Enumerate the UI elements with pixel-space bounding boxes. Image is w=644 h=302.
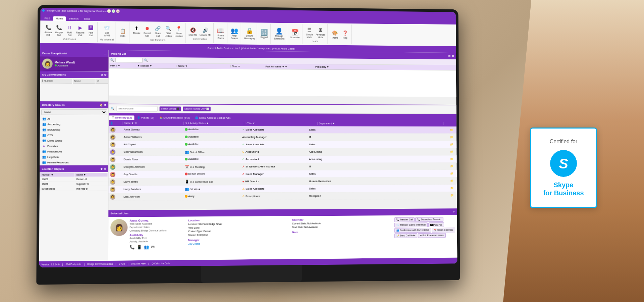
email-contact-icon[interactable]: ✉: [151, 245, 155, 249]
location-add-icon[interactable]: ⊕: [100, 167, 103, 170]
crm-lookup-button[interactable]: 🔍 CRMLookup: [163, 24, 173, 38]
record-call-button[interactable]: ⏺ RecordCall: [142, 24, 152, 38]
manager-name[interactable]: Jay Geottle: [188, 242, 289, 246]
location-settings-icon[interactable]: ⚙: [104, 167, 106, 170]
contact-status-col-header[interactable]: ▼ ℹ Activity Status ▼: [183, 121, 244, 124]
notification-icon[interactable]: 💬: [452, 267, 455, 267]
tab-settings[interactable]: Settings: [66, 16, 81, 21]
park-call-button[interactable]: 🅿 ParkCall: [86, 23, 96, 38]
contact-row[interactable]: 👨 Derek Riser Available ✓ Accountant Acc…: [109, 155, 457, 163]
tab-file[interactable]: FILE: [42, 16, 53, 20]
contact-name-col-header[interactable]: Name ▼ 👁: [122, 121, 183, 124]
resume-call-button[interactable]: ▶ ResumeCall: [75, 23, 86, 37]
maximize-button[interactable]: □: [112, 9, 115, 13]
manage-ext-button[interactable]: 👤 ManageExtensions: [273, 27, 286, 41]
secure-messaging-button[interactable]: 🔒 SecureMessaging: [243, 27, 256, 41]
minimize-profile-icon[interactable]: —: [104, 52, 106, 55]
tab-directory[interactable]: 📋 Directory (13): [109, 115, 135, 120]
share-call-button[interactable]: 🔗 ShareCall: [153, 24, 163, 38]
add-conversation-icon[interactable]: ⊕: [101, 73, 103, 76]
contact-row[interactable]: 👩 Anna Gomez Available ✓ Sales Associate…: [109, 126, 457, 134]
parking-settings-icon[interactable]: ⚙: [452, 54, 454, 57]
conference-button[interactable]: 👥 Conference with Current Call: [394, 228, 431, 233]
resp-groups-button[interactable]: 👥 Resp.Groups: [229, 27, 239, 41]
contact-row[interactable]: 👩 Lisa Johnson Away ⚠ Receptionist Recep…: [108, 192, 457, 201]
taskbar-skype-icon[interactable]: 💬: [407, 265, 415, 267]
elevate-button[interactable]: ⬆ Elevate: [131, 24, 142, 38]
dir-groups-home-icon[interactable]: 🏠: [100, 103, 103, 106]
location-row-1[interactable]: 16009 Demo HG: [40, 177, 107, 182]
dir-group-accounting[interactable]: 👥 Accounting: [40, 121, 108, 127]
location-row-3[interactable]: 8046654685 xyz resp gr: [40, 187, 107, 191]
dir-groups-filter-select[interactable]: Name: [41, 109, 107, 115]
contact-dept-col-header[interactable]: Department ▼: [318, 122, 444, 125]
contact-row[interactable]: 👨 Bill Triplett Available ✓ Sales Associ…: [109, 141, 457, 148]
dir-group-all[interactable]: 👥 All: [40, 116, 108, 122]
location-row-2[interactable]: 16000 Support HG: [40, 182, 107, 186]
call-to-vm-button[interactable]: 📨 Callto VM: [102, 23, 112, 38]
contact-action-carl[interactable]: 📁: [447, 150, 457, 153]
edit-extension-notes-button[interactable]: ✏ Edit Extension Notes: [418, 233, 446, 238]
taskbar-store-icon[interactable]: 🏪: [390, 265, 397, 267]
conversation-settings-icon[interactable]: ⚙: [104, 73, 106, 77]
dir-group-favorites[interactable]: ★ Favorites: [40, 143, 108, 149]
contact-action-jay[interactable]: 📁: [447, 172, 457, 175]
parking-zoom-icon[interactable]: 🔍: [144, 58, 148, 62]
parking-resize-icon[interactable]: ⊞: [448, 54, 450, 57]
taskbar-outlook-icon[interactable]: ✉: [416, 265, 423, 267]
search-global-toggle[interactable]: Search Global ⬛: [160, 106, 181, 111]
calls-button[interactable]: 📋 Calls: [118, 27, 128, 38]
phone-books-button[interactable]: 📖 PhoneBooks: [216, 26, 226, 40]
dir-group-helpdesk[interactable]: 👥 Help Desk: [40, 154, 108, 159]
send-call-note-button[interactable]: 📝 Send Call Note: [394, 233, 417, 238]
mobile-contact-icon[interactable]: 📱: [137, 245, 142, 249]
dir-group-cto[interactable]: 👥 CTO: [40, 132, 108, 138]
hold-call-button[interactable]: ⏸ HoldCall: [64, 23, 75, 37]
dir-group-hr[interactable]: 👥 Human Resources: [40, 160, 108, 165]
supervised-transfer-button[interactable]: 📞 Supervised Transfer: [415, 217, 443, 222]
taskbar-explorer-icon[interactable]: 📁: [382, 265, 389, 267]
contact-row[interactable]: 👨 Jay Geottle Do Not Disturb ✗ Sales Man…: [109, 170, 457, 178]
transfer-call-button[interactable]: 📞 Transfer Call: [394, 217, 415, 222]
show-location-button[interactable]: 📍 ShowLocation: [174, 24, 184, 38]
simple-mode-button[interactable]: ☰ SimpleMode: [305, 26, 315, 39]
contact-action-derek[interactable]: 📁: [447, 157, 457, 160]
dir-group-bocgroup[interactable]: 👥 BOCGroup: [40, 127, 108, 132]
close-button[interactable]: ✕: [116, 9, 120, 13]
park-for-button[interactable]: 🅿 Park For: [428, 222, 444, 227]
theme-button[interactable]: 🎨 Theme: [330, 29, 340, 40]
contact-action-lisa[interactable]: 📁: [447, 194, 457, 197]
keypad-button[interactable]: 🔢 Keypad: [259, 28, 269, 39]
dir-group-financial[interactable]: 👥 Financial Aid: [40, 149, 108, 154]
contact-action-anna[interactable]: 📁: [447, 129, 457, 132]
answer-call-button[interactable]: 📞 AnswerCall: [43, 23, 53, 37]
tab-data[interactable]: Data: [81, 16, 93, 21]
contact-row[interactable]: 👨 Douglas Johnson 📅 In a Meeting ✗ Sr Ne…: [109, 163, 457, 171]
tab-my-address-book[interactable]: 📚 My Address Book (842): [157, 115, 193, 120]
contact-title-col-header[interactable]: ℹ Title ▼: [244, 122, 318, 125]
parking-search-input[interactable]: [115, 57, 143, 62]
dir-groups-refresh-icon[interactable]: ↺: [104, 103, 106, 106]
search-names-only-toggle[interactable]: Search Names Only ⬜: [183, 106, 211, 111]
mute-me-button[interactable]: 🔇 Mute Me: [188, 26, 198, 37]
help-button[interactable]: ❓ Help: [340, 29, 350, 40]
tab-home[interactable]: Home: [53, 16, 66, 20]
tab-global-address[interactable]: 🌐 Global Address Book (6778): [193, 116, 233, 120]
minimize-button[interactable]: —: [107, 9, 111, 13]
phone-contact-icon[interactable]: 📞: [129, 245, 135, 249]
contact-row[interactable]: 👨 Carl Williamson 👥 Out of Office ⊖ Acco…: [109, 148, 457, 156]
contact-row[interactable]: 👩 Annie Williams Available Accounting Ma…: [109, 134, 457, 141]
taskbar-ie-icon[interactable]: 🌐: [373, 265, 380, 267]
advanced-mode-button[interactable]: ⊞ AdvancedMode: [315, 26, 326, 39]
chat-contact-icon[interactable]: 👥: [144, 245, 149, 249]
transfer-to-voicemail-button[interactable]: 📨 Transfer Call to Voicemail: [394, 222, 428, 228]
contact-action-bill[interactable]: 📁: [447, 143, 457, 146]
contact-action-larry-j[interactable]: 📁: [447, 179, 457, 182]
hangup-call-button[interactable]: 📞 HangupCall: [54, 23, 64, 37]
contact-action-annie[interactable]: 📁: [447, 136, 457, 139]
selected-user-expand-icon[interactable]: ⤢: [453, 210, 455, 213]
contact-action-douglas[interactable]: 📁: [447, 165, 457, 168]
tab-vcards[interactable]: 👤 Vcards (13): [135, 115, 157, 120]
unmute-me-button[interactable]: 🔊 UnMute Me: [199, 26, 212, 37]
dir-group-demo[interactable]: 👥 Demo Group: [40, 138, 108, 143]
